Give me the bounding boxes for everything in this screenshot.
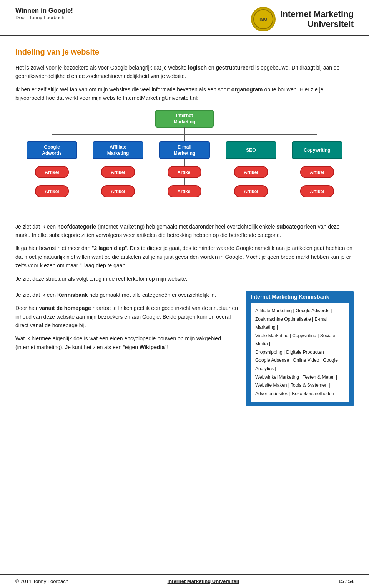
brand-line2: Universiteit: [280, 19, 354, 29]
paragraph-2: Ik ben er zelf altijd wel fan van om mij…: [15, 85, 354, 103]
svg-text:Artikel: Artikel: [310, 189, 324, 194]
svg-text:Artikel: Artikel: [45, 170, 59, 175]
svg-text:Artikel: Artikel: [45, 189, 59, 194]
paragraph-5: Je ziet deze structuur als volgt terug i…: [15, 275, 354, 283]
svg-text:Adwords: Adwords: [42, 151, 62, 156]
two-col-section: Je ziet dat ik een Kennisbank heb gemaak…: [15, 291, 354, 407]
paragraph-7: Door hier vanuit de homepage naartoe te …: [15, 304, 238, 330]
svg-text:SEO: SEO: [246, 147, 256, 153]
section-title: Indeling van je website: [15, 48, 354, 56]
page-footer: © 2011 Tonny Loorbach Internet Marketing…: [0, 574, 369, 588]
page-subtitle: Door: Tonny Loorbach: [15, 15, 73, 20]
header-left: Winnen in Google! Door: Tonny Loorbach: [15, 7, 73, 20]
svg-text:Marketing: Marketing: [107, 151, 129, 156]
two-col-left: Je ziet dat ik een Kennisbank heb gemaak…: [15, 291, 238, 356]
svg-text:Google: Google: [44, 144, 60, 150]
logo-text: IMU: [259, 17, 267, 22]
page-header: Winnen in Google! Door: Tonny Loorbach I…: [0, 0, 369, 36]
kennisbank-title: Internet Marketing Kennisbank: [251, 294, 349, 300]
footer-right: 15 / 54: [338, 578, 354, 584]
kennisbank-box: Internet Marketing Kennisbank Affiliate …: [246, 291, 354, 407]
footer-center: Internet Marketing Universiteit: [168, 578, 239, 584]
svg-text:Marketing: Marketing: [174, 119, 196, 124]
kennisbank-content: Affiliate Marketing | Google Adwords | Z…: [251, 303, 349, 402]
svg-text:Artikel: Artikel: [177, 189, 191, 194]
paragraph-1: Het is zowel voor je bezoekers als voor …: [15, 63, 354, 81]
svg-text:E-mail: E-mail: [178, 144, 191, 150]
paragraph-8: Wat ik hiermee eigenlijk doe is wat een …: [15, 334, 238, 351]
main-content: Indeling van je website Het is zowel voo…: [0, 36, 369, 414]
svg-text:Affiliate: Affiliate: [110, 144, 126, 150]
svg-text:Marketing: Marketing: [174, 151, 196, 156]
two-col-right: Internet Marketing Kennisbank Affiliate …: [246, 291, 354, 407]
svg-text:Artikel: Artikel: [111, 189, 125, 194]
brand-line1: Internet Marketing: [280, 9, 354, 19]
paragraph-6: Je ziet dat ik een Kennisbank heb gemaak…: [15, 291, 238, 299]
org-chart-container: Internet Marketing Google Adwords Affili…: [15, 107, 354, 215]
svg-text:Internet: Internet: [176, 113, 193, 118]
paragraph-4: Ik ga hier bewust niet meer dan "2 lagen…: [15, 244, 354, 270]
svg-text:Artikel: Artikel: [244, 170, 258, 175]
logo-circle: IMU: [251, 7, 276, 31]
svg-text:Copywriting: Copywriting: [304, 147, 330, 153]
header-right: IMU Internet Marketing Universiteit: [251, 7, 354, 31]
logo-inner: IMU: [253, 9, 273, 29]
svg-text:Artikel: Artikel: [177, 170, 191, 175]
footer-left: © 2011 Tonny Loorbach: [15, 578, 68, 584]
page-title: Winnen in Google!: [15, 7, 73, 15]
org-chart-svg: Internet Marketing Google Adwords Affili…: [23, 107, 346, 215]
svg-text:Artikel: Artikel: [244, 189, 258, 194]
svg-text:Artikel: Artikel: [111, 170, 125, 175]
brand-text: Internet Marketing Universiteit: [280, 9, 354, 29]
paragraph-3: Je ziet dat ik een hoofdcategorie (Inter…: [15, 222, 354, 240]
svg-text:Artikel: Artikel: [310, 170, 324, 175]
